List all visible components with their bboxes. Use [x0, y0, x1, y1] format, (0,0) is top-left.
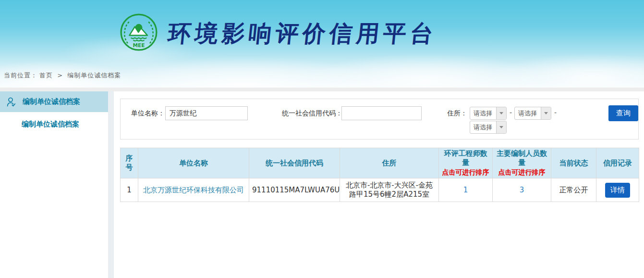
cell-index: 1: [121, 178, 138, 202]
city-select-value: 请选择: [515, 107, 541, 119]
sidebar-section-label: 编制单位诚信档案: [23, 97, 80, 106]
cell-address: 北京市-北京市-大兴区-金苑路甲15号6幢2层A215室: [340, 178, 439, 202]
address-dash-1: -: [510, 109, 512, 116]
search-button[interactable]: 查询: [608, 105, 638, 121]
breadcrumb-current: 编制单位诚信档案: [67, 72, 121, 79]
content-area: 编制单位诚信档案 编制单位诚信档案 单位名称： 统一社会信用代码： 住所： 请选…: [0, 91, 644, 278]
chevron-down-icon: [499, 126, 503, 128]
table-header-row: 序号 单位名称 统一社会信用代码 住所 环评工程师数量 点击可进行排序 主要编制…: [121, 148, 639, 178]
page-divider: [0, 88, 644, 91]
sidebar-item-credit-archive[interactable]: 编制单位诚信档案: [0, 112, 108, 136]
breadcrumb: 当前位置：首页 > 编制单位诚信档案: [4, 71, 123, 80]
col-header-credit-record: 信用记录: [596, 148, 639, 178]
province-select[interactable]: 请选择: [470, 107, 507, 120]
staff-sort-hint[interactable]: 点击可进行排序: [495, 168, 549, 177]
search-panel: 单位名称： 统一社会信用代码： 住所： 请选择 - 请选择 - 请选择 查询: [120, 99, 639, 139]
table-row: 1 北京万源世纪环保科技有限公司 91110115MA7LWUA76U 北京市-…: [121, 178, 639, 202]
sidebar-main-divider: [108, 91, 114, 278]
province-select-value: 请选择: [470, 107, 496, 119]
engineer-count-link[interactable]: 1: [463, 186, 468, 194]
col-header-index: 序号: [121, 148, 138, 178]
page-title: 环境影响评价信用平台: [167, 18, 439, 49]
unit-name-label: 单位名称：: [131, 109, 165, 118]
credit-code-label: 统一社会信用代码：: [282, 109, 342, 118]
user-check-icon: [6, 96, 17, 108]
col-header-staff-count-label: 主要编制人员数量: [497, 149, 547, 167]
address-label: 住所：: [447, 109, 467, 118]
col-header-address: 住所: [340, 148, 439, 178]
col-header-staff-count[interactable]: 主要编制人员数量 点击可进行排序: [493, 148, 551, 178]
chevron-down-icon: [499, 112, 503, 114]
district-select-button[interactable]: [496, 121, 506, 133]
sidebar: 编制单位诚信档案 编制单位诚信档案: [0, 91, 108, 278]
col-header-engineer-count-label: 环评工程师数量: [444, 149, 487, 167]
province-select-button[interactable]: [496, 107, 506, 119]
breadcrumb-home-link[interactable]: 首页: [39, 72, 53, 79]
address-dash-2: -: [554, 109, 557, 116]
col-header-status: 当前状态: [551, 148, 596, 178]
unit-name-input[interactable]: [165, 106, 248, 120]
breadcrumb-separator: >: [57, 72, 63, 79]
svg-text:MEE: MEE: [133, 42, 145, 49]
engineer-sort-hint[interactable]: 点击可进行排序: [441, 168, 490, 177]
cell-credit-code: 91110115MA7LWUA76U: [249, 178, 340, 202]
col-header-unit-name: 单位名称: [138, 148, 249, 178]
cell-status: 正常公开: [551, 178, 596, 202]
credit-code-input[interactable]: [341, 106, 422, 120]
unit-name-link[interactable]: 北京万源世纪环保科技有限公司: [143, 186, 244, 194]
detail-button[interactable]: 详情: [605, 183, 630, 198]
city-select-button[interactable]: [541, 107, 551, 119]
sidebar-section-credit-archive[interactable]: 编制单位诚信档案: [0, 91, 108, 112]
col-header-credit-code: 统一社会信用代码: [249, 148, 340, 178]
results-table: 序号 单位名称 统一社会信用代码 住所 环评工程师数量 点击可进行排序 主要编制…: [120, 148, 639, 202]
main-panel: 单位名称： 统一社会信用代码： 住所： 请选择 - 请选择 - 请选择 查询: [114, 91, 644, 278]
col-header-engineer-count[interactable]: 环评工程师数量 点击可进行排序: [439, 148, 493, 178]
staff-count-link[interactable]: 3: [520, 186, 524, 194]
mee-logo-icon: MEE: [119, 13, 158, 52]
chevron-down-icon: [544, 112, 548, 114]
city-select[interactable]: 请选择: [514, 107, 551, 120]
site-banner: MEE 环境影响评价信用平台 当前位置：首页 > 编制单位诚信档案: [0, 0, 644, 88]
district-select[interactable]: 请选择: [470, 121, 507, 134]
district-select-value: 请选择: [470, 121, 496, 133]
breadcrumb-prefix: 当前位置：: [4, 72, 37, 79]
